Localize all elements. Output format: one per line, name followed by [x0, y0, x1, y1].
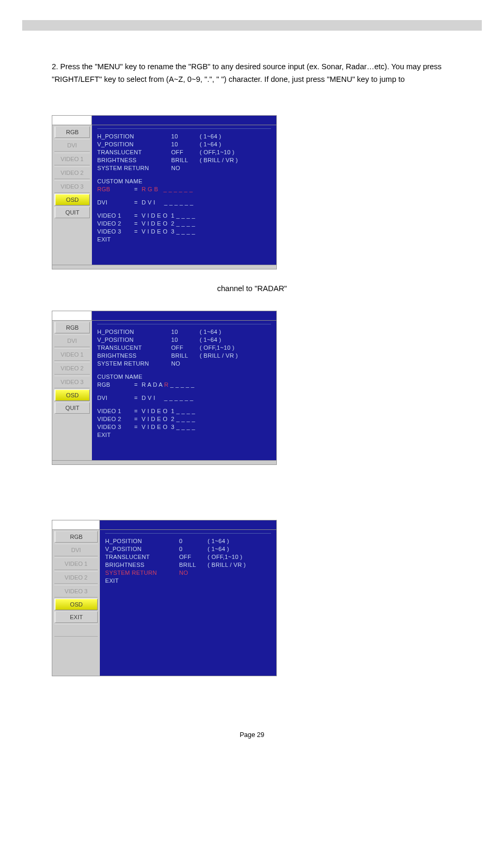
custom-name-video2: VIDEO 2=V I D E O 2 _ _ _ _ — [97, 219, 271, 227]
page-content: 2. Press the "MENU" key to rename the "R… — [0, 31, 504, 754]
row-hposition: H_POSITION10( 1~64 ) — [97, 328, 271, 335]
custom-name-header: CUSTOM NAME — [97, 372, 271, 380]
row-system-return: SYSTEM RETURNNO — [105, 568, 271, 576]
row-hposition: H_POSITION10( 1~64 ) — [97, 132, 271, 140]
row-vposition: V_POSITION0( 1~64 ) — [105, 545, 271, 553]
sidebar-item-video2[interactable]: VIDEO 2 — [54, 362, 90, 375]
titlebar-left — [52, 311, 92, 321]
osd-main-panel: H_POSITION10( 1~64 ) V_POSITION10( 1~64 … — [92, 125, 276, 265]
row-brightness: BRIGHTNESSBRILL( BRILL / VR ) — [105, 561, 271, 568]
custom-name-video1: VIDEO 1=V I D E O 1 _ _ _ _ — [97, 407, 271, 415]
sidebar-item-exit[interactable]: EXIT — [54, 611, 98, 623]
titlebar-left — [52, 520, 100, 530]
custom-name-header: CUSTOM NAME — [97, 177, 271, 185]
row-translucent: TRANSLUCENTOFF( OFF,1~10 ) — [97, 148, 271, 156]
row-vposition: V_POSITION10( 1~64 ) — [97, 140, 271, 148]
page-number: Page 29 — [52, 731, 452, 739]
sidebar-item-video3[interactable]: VIDEO 3 — [54, 180, 90, 193]
bottom-strip — [52, 265, 276, 269]
custom-name-dvi: DVI=D V I _ _ _ _ _ _ — [97, 198, 271, 206]
row-system-return: SYSTEM RETURNNO — [97, 164, 271, 172]
custom-name-video3: VIDEO 3=V I D E O 3 _ _ _ _ — [97, 227, 271, 235]
custom-name-exit[interactable]: EXIT — [97, 235, 271, 243]
row-brightness: BRIGHTNESSBRILL( BRILL / VR ) — [97, 156, 271, 164]
sidebar-item-rgb[interactable]: RGB — [54, 531, 98, 543]
sidebar-item-video1[interactable]: VIDEO 1 — [54, 153, 90, 165]
osd-main-panel: H_POSITION10( 1~64 ) V_POSITION10( 1~64 … — [92, 321, 276, 460]
titlebar-right — [92, 311, 276, 321]
sidebar-item-video3[interactable]: VIDEO 3 — [54, 376, 90, 388]
sidebar-item-quit[interactable]: QUIT — [54, 207, 90, 218]
header-bar — [22, 20, 482, 31]
row-brightness: BRIGHTNESSBRILL( BRILL / VR ) — [97, 351, 271, 359]
row-translucent: TRANSLUCENTOFF( OFF,1~10 ) — [97, 343, 271, 351]
sidebar-item-dvi[interactable]: DVI — [54, 139, 90, 152]
row-system-return: SYSTEM RETURNNO — [97, 359, 271, 367]
sidebar-item-video2[interactable]: VIDEO 2 — [54, 571, 98, 584]
sidebar-item-quit[interactable]: QUIT — [54, 402, 90, 414]
row-exit[interactable]: EXIT — [105, 576, 271, 584]
custom-name-video3: VIDEO 3=V I D E O 3 _ _ _ _ — [97, 423, 271, 431]
osd-sidebar: RGB DVI VIDEO 1 VIDEO 2 VIDEO 3 OSD QUIT — [52, 321, 92, 460]
row-translucent: TRANSLUCENTOFF( OFF,1~10 ) — [105, 553, 271, 561]
sidebar-item-blank — [54, 624, 98, 637]
custom-name-dvi: DVI=D V I _ _ _ _ _ _ — [97, 394, 271, 402]
sidebar-item-rgb[interactable]: RGB — [54, 126, 90, 138]
osd-main-panel: H_POSITION0( 1~64 ) V_POSITION0( 1~64 ) … — [100, 530, 276, 676]
custom-name-exit[interactable]: EXIT — [97, 431, 271, 439]
sidebar-item-video3[interactable]: VIDEO 3 — [54, 585, 98, 598]
sidebar-item-osd[interactable]: OSD — [54, 599, 98, 610]
custom-name-video1: VIDEO 1=V I D E O 1 _ _ _ _ — [97, 211, 271, 219]
sidebar-item-dvi[interactable]: DVI — [54, 544, 98, 556]
row-hposition: H_POSITION0( 1~64 ) — [105, 537, 271, 545]
instruction-text: 2. Press the "MENU" key to rename the "R… — [52, 60, 452, 86]
osd-screenshot-2: RGB DVI VIDEO 1 VIDEO 2 VIDEO 3 OSD QUIT… — [52, 311, 277, 465]
sidebar-item-dvi[interactable]: DVI — [54, 334, 90, 347]
osd-screenshot-3: RGB DVI VIDEO 1 VIDEO 2 VIDEO 3 OSD EXIT… — [52, 520, 277, 676]
sidebar-item-video1[interactable]: VIDEO 1 — [54, 557, 98, 570]
sidebar-item-video1[interactable]: VIDEO 1 — [54, 348, 90, 361]
custom-name-rgb: RGB=R G B _ _ _ _ _ _ — [97, 185, 271, 193]
titlebar-right — [100, 520, 276, 530]
titlebar-left — [52, 116, 92, 125]
custom-name-rgb: RGB=R A D A R _ _ _ _ _ — [97, 380, 271, 388]
row-vposition: V_POSITION10( 1~64 ) — [97, 335, 271, 343]
bottom-strip — [52, 460, 276, 464]
sidebar-item-osd[interactable]: OSD — [54, 194, 90, 206]
sidebar-item-video2[interactable]: VIDEO 2 — [54, 166, 90, 179]
custom-name-video2: VIDEO 2=V I D E O 2 _ _ _ _ — [97, 415, 271, 423]
osd-sidebar: RGB DVI VIDEO 1 VIDEO 2 VIDEO 3 OSD EXIT — [52, 530, 100, 676]
osd-screenshot-1: RGB DVI VIDEO 1 VIDEO 2 VIDEO 3 OSD QUIT… — [52, 115, 277, 269]
sidebar-item-osd[interactable]: OSD — [54, 389, 90, 401]
sidebar-item-rgb[interactable]: RGB — [54, 322, 90, 333]
caption-radar: channel to "RADAR" — [52, 284, 452, 293]
titlebar-right — [92, 116, 276, 125]
osd-sidebar: RGB DVI VIDEO 1 VIDEO 2 VIDEO 3 OSD QUIT — [52, 125, 92, 265]
